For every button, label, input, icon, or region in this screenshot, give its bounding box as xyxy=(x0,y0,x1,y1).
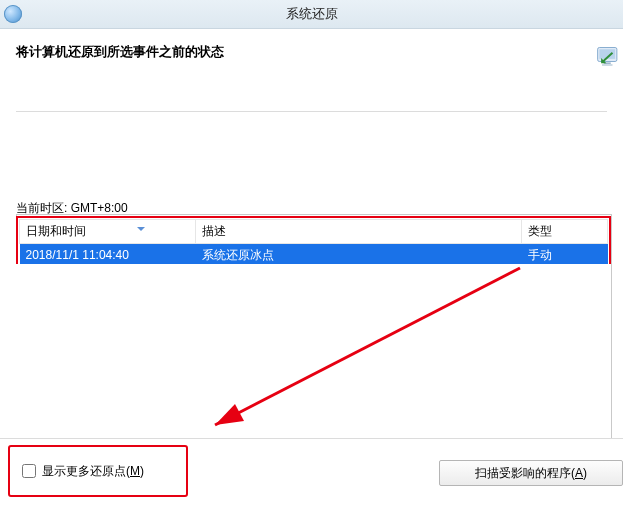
sort-desc-icon xyxy=(137,227,145,231)
col-datetime[interactable]: 日期和时间 xyxy=(20,220,196,244)
window-title: 系统还原 xyxy=(286,5,338,23)
col-description[interactable]: 描述 xyxy=(196,220,522,244)
system-restore-window: 系统还原 将计算机还原到所选事件之前的状态 当前时区: GMT+8:00 xyxy=(0,0,623,512)
cell-datetime: 2018/11/1 11:04:40 xyxy=(20,244,196,267)
content-area: 将计算机还原到所选事件之前的状态 当前时区: GMT+8:00 xyxy=(0,29,623,217)
monitor-arrow-icon xyxy=(595,44,623,72)
divider xyxy=(16,111,607,112)
restore-points-table[interactable]: 日期和时间 描述 类型 2018/11/1 11:04:40 系统还原冰点 手动 xyxy=(19,219,608,266)
restore-points-table-highlight: 日期和时间 描述 类型 2018/11/1 11:04:40 系统还原冰点 手动 xyxy=(16,216,611,268)
col-type-label: 类型 xyxy=(528,224,552,238)
cell-description: 系统还原冰点 xyxy=(196,244,522,267)
show-more-restore-points-checkbox[interactable] xyxy=(22,464,36,478)
col-datetime-label: 日期和时间 xyxy=(26,224,86,238)
chk-label-suffix: ) xyxy=(140,464,144,478)
titlebar: 系统还原 xyxy=(0,0,623,29)
scan-btn-suffix: ) xyxy=(583,466,587,480)
cell-type: 手动 xyxy=(522,244,608,267)
table-header-row[interactable]: 日期和时间 描述 类型 xyxy=(20,220,608,244)
show-more-restore-points-label[interactable]: 显示更多还原点(M) xyxy=(42,463,144,480)
scan-btn-prefix: 扫描受影响的程序( xyxy=(475,465,575,482)
page-heading: 将计算机还原到所选事件之前的状态 xyxy=(16,43,607,61)
scan-btn-accel: A xyxy=(575,466,583,480)
system-restore-icon xyxy=(4,5,22,23)
show-more-restore-points-highlight: 显示更多还原点(M) xyxy=(8,445,188,497)
table-row[interactable]: 2018/11/1 11:04:40 系统还原冰点 手动 xyxy=(20,244,608,267)
chk-label-accel: M xyxy=(130,464,140,478)
svg-rect-3 xyxy=(602,64,613,66)
col-type[interactable]: 类型 xyxy=(522,220,608,244)
timezone-label: 当前时区: GMT+8:00 xyxy=(16,200,607,217)
chk-label-prefix: 显示更多还原点( xyxy=(42,464,130,478)
scan-affected-programs-button[interactable]: 扫描受影响的程序(A) xyxy=(439,460,623,486)
col-description-label: 描述 xyxy=(202,224,226,238)
table-empty-area xyxy=(16,264,611,438)
